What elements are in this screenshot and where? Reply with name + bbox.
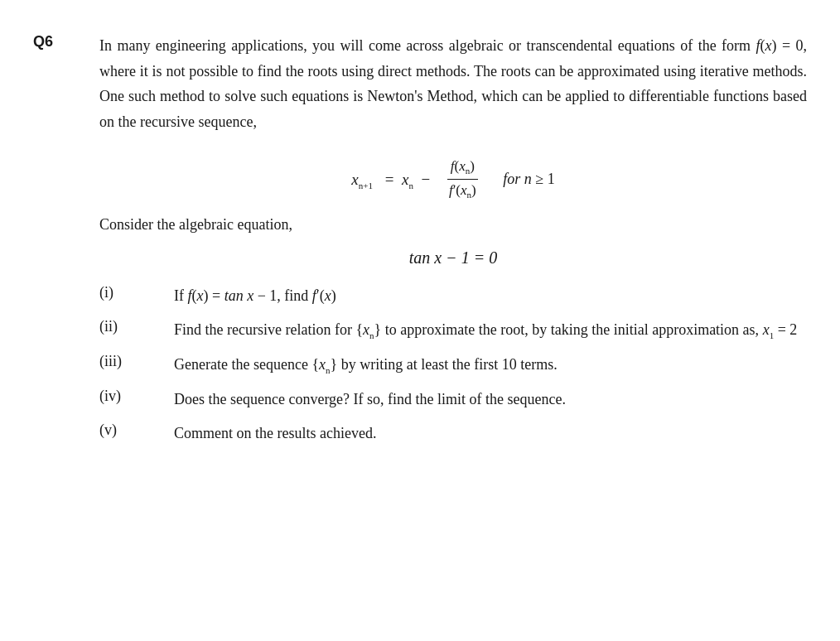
subquestion-v-label: (v): [99, 422, 174, 439]
question-body: In many engineering applications, you wi…: [99, 33, 807, 446]
subquestion-v-content: Comment on the results achieved.: [174, 422, 807, 446]
subquestion-iii-label: (iii): [99, 353, 174, 370]
subquestion-iii: (iii) Generate the sequence {xn} by writ…: [99, 353, 807, 378]
consider-text: Consider the algebraic equation,: [99, 216, 807, 234]
subquestion-i: (i) If f(x) = tan x − 1, find f′(x): [99, 284, 807, 308]
question-label: Q6: [33, 33, 99, 51]
page-container: Q6 In many engineering applications, you…: [33, 33, 807, 446]
algebraic-equation: tan x − 1 = 0: [99, 248, 807, 267]
subquestion-iv-content: Does the sequence converge? If so, find …: [174, 388, 807, 412]
subquestion-iii-content: Generate the sequence {xn} by writing at…: [174, 353, 807, 378]
subquestion-ii: (ii) Find the recursive relation for {xn…: [99, 318, 807, 343]
subquestion-i-label: (i): [99, 284, 174, 301]
subquestion-ii-content: Find the recursive relation for {xn} to …: [174, 318, 807, 343]
subquestion-iv-label: (iv): [99, 388, 174, 405]
subquestion-iv: (iv) Does the sequence converge? If so, …: [99, 388, 807, 412]
intro-paragraph: In many engineering applications, you wi…: [99, 33, 807, 134]
subquestion-i-content: If f(x) = tan x − 1, find f′(x): [174, 284, 807, 308]
sub-questions-list: (i) If f(x) = tan x − 1, find f′(x) (ii)…: [99, 284, 807, 446]
subquestion-v: (v) Comment on the results achieved.: [99, 422, 807, 446]
subquestion-ii-label: (ii): [99, 318, 174, 335]
recursive-formula: xn+1 = xn − f(xn) f′(xn) for n ≥ 1: [99, 157, 807, 200]
